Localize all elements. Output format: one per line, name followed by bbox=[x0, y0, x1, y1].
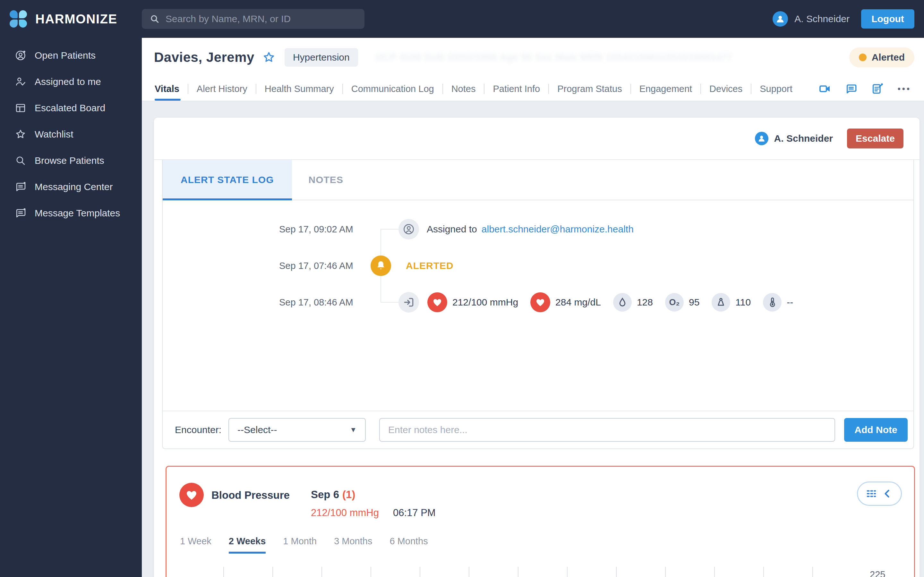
thermometer-icon bbox=[763, 293, 782, 311]
tab-notes[interactable]: Notes bbox=[443, 77, 484, 101]
main-area: Davies, Jeremy Hypertension DCP 4156 DoB… bbox=[142, 38, 924, 577]
heart-icon bbox=[427, 292, 447, 312]
user-name: A. Schneider bbox=[795, 13, 850, 24]
range-1-week[interactable]: 1 Week bbox=[180, 536, 212, 554]
message-icon[interactable] bbox=[845, 83, 857, 95]
board-icon bbox=[15, 102, 26, 114]
sidebar-item-label: Assigned to me bbox=[35, 76, 101, 87]
status-badge: Alerted bbox=[849, 47, 914, 67]
tab-health-summary[interactable]: Health Summary bbox=[256, 77, 342, 101]
fluid-value: 128 bbox=[637, 297, 653, 308]
content-area: A. Schneider Escalate ALERT STATE LOG NO… bbox=[142, 101, 924, 577]
person-icon bbox=[757, 134, 766, 143]
heart-icon bbox=[179, 483, 204, 507]
assignee: A. Schneider bbox=[755, 132, 833, 145]
tab-communication-log[interactable]: Communication Log bbox=[343, 77, 443, 101]
range-1-month[interactable]: 1 Month bbox=[283, 536, 317, 554]
sidebar-item-label: Browse Patients bbox=[35, 155, 104, 166]
bp-value: 212/100 mmHg bbox=[452, 297, 518, 308]
sidebar-item-watchlist[interactable]: Watchlist bbox=[0, 121, 142, 147]
assignee-name: A. Schneider bbox=[774, 133, 833, 144]
temperature-reading: -- bbox=[763, 293, 793, 311]
assigned-person-icon bbox=[399, 219, 419, 239]
tab-alert-history[interactable]: Alert History bbox=[188, 77, 256, 101]
timeline-timestamp: Sep 17, 09:02 AM bbox=[279, 224, 353, 235]
patient-header: Davies, Jeremy Hypertension DCP 4156 DoB… bbox=[142, 38, 924, 77]
tab-vitals[interactable]: Vitals bbox=[155, 77, 188, 101]
tab-alert-state-log[interactable]: ALERT STATE LOG bbox=[163, 160, 292, 200]
tab-action-icons: ••• bbox=[819, 83, 911, 95]
note-pin-icon[interactable] bbox=[871, 83, 884, 95]
sidebar-item-message-templates[interactable]: Message Templates bbox=[0, 200, 142, 226]
sidebar-item-label: Watchlist bbox=[35, 129, 73, 140]
sidebar-item-escalated-board[interactable]: Escalated Board bbox=[0, 95, 142, 121]
bp-range-tabs: 1 Week 2 Weeks 1 Month 3 Months 6 Months bbox=[180, 536, 428, 554]
user-cluster: A. Schneider Logout bbox=[772, 9, 914, 29]
sidebar-item-messaging-center[interactable]: Messaging Center bbox=[0, 174, 142, 200]
tab-engagement[interactable]: Engagement bbox=[631, 77, 700, 101]
sidebar-item-assigned-to-me[interactable]: Assigned to me bbox=[0, 69, 142, 95]
weight-value: 110 bbox=[735, 297, 751, 308]
tab-panel-notes[interactable]: NOTES bbox=[292, 160, 360, 200]
sidebar-item-browse-patients[interactable]: Browse Patients bbox=[0, 147, 142, 174]
logout-button[interactable]: Logout bbox=[861, 9, 914, 29]
encounter-label: Encounter: bbox=[175, 424, 221, 435]
bp-chart: 225 bbox=[166, 567, 912, 577]
bp-chart-y-axis-label: 225 bbox=[870, 569, 885, 577]
o2-icon: O₂ bbox=[665, 293, 684, 311]
search-icon bbox=[15, 155, 26, 166]
encounter-select[interactable]: --Select-- ▼ bbox=[228, 418, 366, 442]
search-input[interactable] bbox=[166, 13, 357, 24]
person-icon bbox=[775, 13, 786, 24]
chat-lines-icon bbox=[15, 207, 26, 219]
page-tabs: Vitals Alert History Health Summary Comm… bbox=[142, 77, 924, 101]
tab-devices[interactable]: Devices bbox=[701, 77, 751, 101]
timeline-timestamp: Sep 17, 07:46 AM bbox=[279, 261, 353, 271]
alert-timeline: Sep 17, 09:02 AM Assigned toalbert.schne… bbox=[163, 200, 913, 411]
alerted-status: ALERTED bbox=[406, 260, 454, 271]
bp-reading-count: (1) bbox=[342, 488, 355, 500]
harmonize-app: HARMONIZE A. Schneider Logout Open Patie… bbox=[0, 0, 924, 577]
range-2-weeks[interactable]: 2 Weeks bbox=[229, 536, 266, 554]
spo2-value: 95 bbox=[689, 297, 699, 308]
chevron-down-icon: ▼ bbox=[350, 426, 357, 434]
brand-name: HARMONIZE bbox=[35, 12, 118, 26]
escalate-button[interactable]: Escalate bbox=[847, 129, 903, 148]
bp-latest-date: Sep 6(1) bbox=[311, 488, 355, 501]
card-header: A. Schneider Escalate bbox=[154, 118, 919, 160]
harmonize-logo-icon bbox=[10, 10, 27, 27]
patient-search[interactable] bbox=[142, 9, 365, 29]
tab-support[interactable]: Support bbox=[751, 77, 801, 101]
tab-patient-info[interactable]: Patient Info bbox=[485, 77, 548, 101]
alert-bell-icon bbox=[371, 255, 391, 276]
vital-readings: 212/100 mmHg 284 mg/dL 128 O bbox=[427, 292, 793, 312]
timeline-timestamp: Sep 17, 08:46 AM bbox=[279, 297, 353, 308]
droplet-icon bbox=[613, 293, 632, 311]
chat-lines-icon bbox=[15, 181, 26, 193]
bp-latest-reading: 212/100 mmHg 06:17 PM bbox=[311, 507, 436, 519]
blood-pressure-card: Blood Pressure Sep 6(1) 212/100 mmHg 06:… bbox=[166, 466, 915, 577]
tab-program-status[interactable]: Program Status bbox=[549, 77, 630, 101]
sidebar-item-label: Message Templates bbox=[35, 208, 120, 219]
brand-logo: HARMONIZE bbox=[10, 10, 142, 27]
alert-log-panel: ALERT STATE LOG NOTES Sep 17, 09:02 AM bbox=[162, 160, 914, 449]
person-check-icon bbox=[15, 76, 26, 87]
sidebar-item-open-patients[interactable]: Open Patients bbox=[0, 42, 142, 69]
weight-icon bbox=[712, 293, 730, 311]
range-3-months[interactable]: 3 Months bbox=[334, 536, 372, 554]
sidebar-item-label: Open Patients bbox=[35, 50, 95, 61]
range-6-months[interactable]: 6 Months bbox=[389, 536, 428, 554]
video-call-icon[interactable] bbox=[819, 83, 831, 95]
add-note-button[interactable]: Add Note bbox=[844, 418, 908, 442]
timeline-connector bbox=[381, 302, 399, 303]
more-options-icon[interactable]: ••• bbox=[898, 84, 911, 94]
spo2-reading: O₂ 95 bbox=[665, 293, 699, 311]
assignee-email-link[interactable]: albert.schneider@harmonize.health bbox=[481, 224, 634, 234]
sidebar-item-label: Messaging Center bbox=[35, 181, 113, 192]
alert-dot-icon bbox=[859, 53, 867, 61]
favorite-star-icon[interactable] bbox=[262, 51, 276, 64]
glucose-value: 284 mg/dL bbox=[556, 297, 601, 308]
bp-view-toggle[interactable] bbox=[857, 482, 902, 506]
note-input[interactable] bbox=[379, 418, 835, 442]
user-avatar[interactable] bbox=[772, 11, 788, 27]
